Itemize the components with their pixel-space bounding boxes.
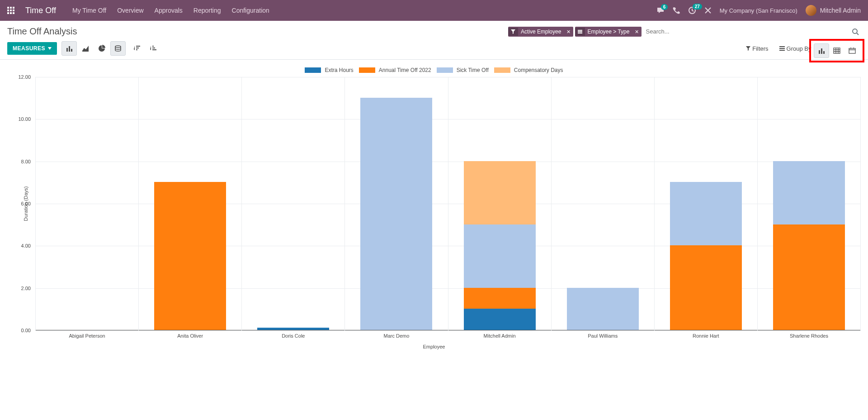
stacked-button[interactable] [110, 41, 126, 56]
filters-dropdown[interactable]: Filters [746, 45, 768, 52]
nav-overview[interactable]: Overview [117, 7, 143, 14]
top-nav: Time Off My Time Off Overview Approvals … [0, 0, 868, 21]
debug-icon[interactable] [704, 7, 712, 14]
messages-icon[interactable]: 6 [656, 7, 665, 14]
phone-icon[interactable] [673, 7, 680, 14]
chart-container: Extra HoursAnnual Time Off 2022Sick Time… [0, 60, 868, 419]
bar-segment[interactable] [567, 288, 639, 330]
bar-group: Marc Demo [345, 77, 448, 330]
nav-configuration[interactable]: Configuration [232, 7, 269, 14]
bars: Abigail PetersonAnita OliverDoris ColeMa… [35, 77, 861, 330]
legend-swatch [437, 67, 453, 73]
bar-stack[interactable] [464, 161, 536, 330]
sort-desc-button[interactable] [129, 41, 145, 56]
bar-stack[interactable] [567, 288, 639, 330]
groupby-dropdown[interactable]: Group By [779, 45, 811, 52]
pivot-view-button[interactable] [829, 43, 844, 58]
legend-swatch [359, 67, 375, 73]
svg-rect-14 [152, 49, 156, 50]
legend-swatch [305, 67, 321, 73]
group-chip-text: Employee > Type [585, 27, 632, 37]
group-chip-close[interactable]: × [632, 28, 641, 35]
control-panel: Time Off Analysis Active Employee × Empl… [0, 21, 868, 60]
svg-rect-12 [152, 46, 154, 47]
legend-label: Sick Time Off [457, 67, 489, 73]
bar-stack[interactable] [773, 161, 845, 330]
bar-segment[interactable] [464, 161, 536, 224]
bar-stack[interactable] [154, 182, 226, 330]
svg-rect-15 [779, 46, 785, 47]
x-tick: Marc Demo [384, 330, 410, 339]
bar-segment[interactable] [464, 224, 536, 288]
view-switcher [809, 39, 864, 62]
legend-item[interactable]: Annual Time Off 2022 [359, 67, 431, 73]
x-tick: Mitchell Admin [484, 330, 516, 339]
bar-chart-button[interactable] [61, 41, 77, 56]
sort-asc-button[interactable] [146, 41, 161, 56]
y-tick: 6.00 [21, 201, 31, 206]
funnel-icon [508, 28, 518, 36]
bar-segment[interactable] [670, 245, 742, 330]
legend-label: Extra Hours [325, 67, 353, 73]
x-tick: Abigail Peterson [69, 330, 105, 339]
filter-chip[interactable]: Active Employee × [508, 27, 573, 37]
x-tick: Sharlene Rhodes [790, 330, 828, 339]
app-title[interactable]: Time Off [25, 6, 56, 15]
bar-segment[interactable] [670, 182, 742, 245]
bar-segment[interactable] [257, 328, 329, 330]
nav-left: Time Off My Time Off Overview Approvals … [7, 6, 269, 15]
group-chip[interactable]: Employee > Type × [575, 27, 642, 37]
legend-item[interactable]: Sick Time Off [437, 67, 489, 73]
bar-stack[interactable] [360, 98, 432, 330]
bar-stack[interactable] [257, 328, 329, 330]
messages-badge: 6 [661, 4, 668, 10]
bar-segment[interactable] [773, 224, 845, 330]
svg-rect-11 [136, 49, 137, 50]
bar-group: Anita Oliver [139, 77, 242, 330]
legend-item[interactable]: Compensatory Days [494, 67, 563, 73]
nav-right: 6 27 My Company (San Francisco) Mitchell… [656, 5, 861, 16]
bar-segment[interactable] [464, 309, 536, 330]
page-title: Time Off Analysis [7, 26, 77, 37]
nav-approvals[interactable]: Approvals [155, 7, 183, 14]
legend-item[interactable]: Extra Hours [305, 67, 353, 73]
y-tick: 0.00 [21, 328, 31, 333]
bar-group: Mitchell Admin [448, 77, 552, 330]
y-tick: 10.00 [18, 116, 31, 122]
legend-label: Compensatory Days [514, 67, 563, 73]
filter-chip-text: Active Employee [518, 27, 564, 37]
pie-chart-button[interactable] [94, 41, 109, 56]
plot-area: Duration (Days) 0.002.004.006.008.0010.0… [32, 77, 861, 330]
svg-rect-10 [136, 48, 139, 48]
nav-my-time-off[interactable]: My Time Off [72, 7, 106, 14]
caret-down-icon [48, 47, 52, 50]
filter-chip-close[interactable]: × [564, 28, 573, 35]
bar-group: Doris Cole [242, 77, 345, 330]
company-selector[interactable]: My Company (San Francisco) [720, 7, 797, 14]
svg-rect-5 [66, 48, 68, 52]
bar-segment[interactable] [360, 98, 432, 330]
bar-segment[interactable] [154, 182, 226, 330]
bar-segment[interactable] [464, 288, 536, 309]
apps-icon[interactable] [7, 7, 14, 14]
activities-icon[interactable]: 27 [688, 6, 696, 14]
search-input[interactable] [643, 25, 848, 38]
measures-button[interactable]: MEASURES [7, 42, 57, 55]
bar-segment[interactable] [773, 161, 845, 224]
x-tick: Ronnie Hart [693, 330, 719, 339]
svg-rect-18 [819, 50, 820, 54]
legend-swatch [494, 67, 510, 73]
list-icon [779, 46, 785, 51]
y-tick: 8.00 [21, 159, 31, 164]
bar-stack[interactable] [670, 182, 742, 330]
user-menu[interactable]: Mitchell Admin [806, 5, 861, 16]
graph-view-button[interactable] [814, 43, 829, 58]
nav-reporting[interactable]: Reporting [193, 7, 221, 14]
x-tick: Paul Williams [588, 330, 618, 339]
svg-rect-1 [578, 30, 582, 31]
svg-rect-16 [779, 48, 785, 49]
line-chart-button[interactable] [78, 41, 93, 56]
search-icon[interactable] [850, 26, 861, 37]
bar-group: Ronnie Hart [655, 77, 758, 330]
calendar-view-button[interactable] [844, 43, 860, 58]
